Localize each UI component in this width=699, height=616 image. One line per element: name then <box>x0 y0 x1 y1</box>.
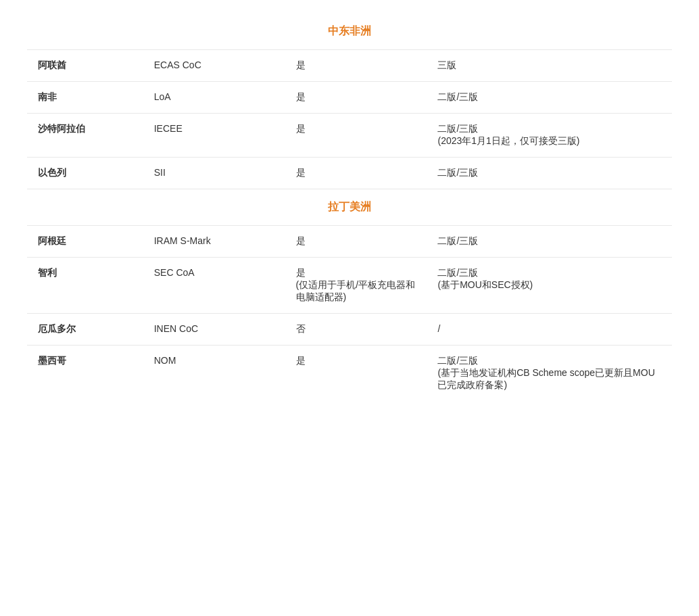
accept-cell: 否 <box>285 314 427 346</box>
version-cell: 二版/三版 <box>427 82 672 114</box>
table-row: 阿根廷IRAM S-Mark是二版/三版 <box>27 226 672 258</box>
cert-cell: INEN CoC <box>143 314 285 346</box>
section-header-middle-east-africa: 中东非洲 <box>27 14 672 50</box>
table-row: 南非LoA是二版/三版 <box>27 82 672 114</box>
accept-cell: 是 <box>285 114 427 158</box>
table-row: 厄瓜多尔INEN CoC否/ <box>27 314 672 346</box>
main-content: 中东非洲阿联酋ECAS CoC是三版南非LoA是二版/三版沙特阿拉伯IECEE是… <box>0 0 699 414</box>
version-cell: 二版/三版 <box>427 226 672 258</box>
version-cell: 三版 <box>427 50 672 82</box>
cert-cell: IECEE <box>143 114 285 158</box>
section-title-latin-america: 拉丁美洲 <box>27 189 672 226</box>
cert-cell: NOM <box>143 346 285 402</box>
accept-cell: 是(仅适用于手机/平板充电器和电脑适配器) <box>285 258 427 314</box>
section-title-middle-east-africa: 中东非洲 <box>27 14 672 50</box>
cert-cell: ECAS CoC <box>143 50 285 82</box>
country-cell: 墨西哥 <box>27 346 143 402</box>
accept-cell: 是 <box>285 158 427 189</box>
country-cell: 沙特阿拉伯 <box>27 114 143 158</box>
country-cell: 智利 <box>27 258 143 314</box>
cert-cell: SII <box>143 158 285 189</box>
table-row: 智利SEC CoA是(仅适用于手机/平板充电器和电脑适配器)二版/三版(基于MO… <box>27 258 672 314</box>
table-row: 沙特阿拉伯IECEE是二版/三版(2023年1月1日起，仅可接受三版) <box>27 114 672 158</box>
accept-cell: 是 <box>285 226 427 258</box>
accept-cell: 是 <box>285 82 427 114</box>
cert-cell: IRAM S-Mark <box>143 226 285 258</box>
accept-cell: 是 <box>285 346 427 402</box>
cert-cell: LoA <box>143 82 285 114</box>
table-row: 以色列SII是二版/三版 <box>27 158 672 189</box>
country-cell: 以色列 <box>27 158 143 189</box>
version-cell: 二版/三版 <box>427 158 672 189</box>
certification-table: 中东非洲阿联酋ECAS CoC是三版南非LoA是二版/三版沙特阿拉伯IECEE是… <box>27 14 672 401</box>
country-cell: 阿联酋 <box>27 50 143 82</box>
cert-cell: SEC CoA <box>143 258 285 314</box>
version-cell: 二版/三版(基于当地发证机构CB Scheme scope已更新且MOU已完成政… <box>427 346 672 402</box>
version-cell: 二版/三版(基于MOU和SEC授权) <box>427 258 672 314</box>
version-cell: 二版/三版(2023年1月1日起，仅可接受三版) <box>427 114 672 158</box>
table-row: 墨西哥NOM是二版/三版(基于当地发证机构CB Scheme scope已更新且… <box>27 346 672 402</box>
country-cell: 阿根廷 <box>27 226 143 258</box>
version-cell: / <box>427 314 672 346</box>
country-cell: 南非 <box>27 82 143 114</box>
table-row: 阿联酋ECAS CoC是三版 <box>27 50 672 82</box>
country-cell: 厄瓜多尔 <box>27 314 143 346</box>
accept-cell: 是 <box>285 50 427 82</box>
section-header-latin-america: 拉丁美洲 <box>27 189 672 226</box>
